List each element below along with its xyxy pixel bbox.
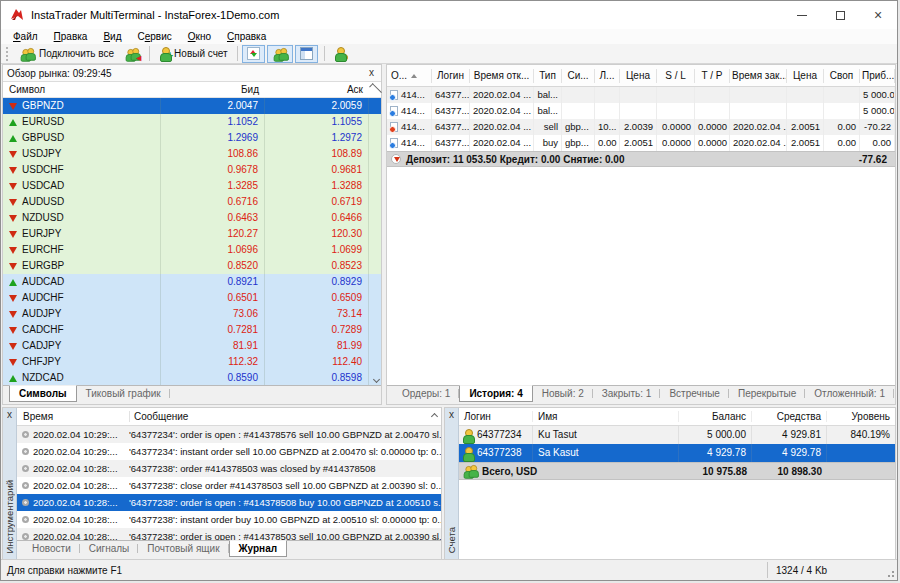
orders-tab-закрыть-1[interactable]: Закрыть: 1 — [593, 386, 661, 401]
connect-all-label: Подключить все — [39, 48, 114, 59]
orders-column-11[interactable]: Своп — [824, 69, 860, 83]
minimize-button[interactable] — [783, 1, 821, 29]
orders-tab-изменить-1[interactable]: Изменить: 1 — [894, 386, 898, 401]
orders-column-12[interactable]: Приб... — [860, 69, 895, 83]
orders-cell-9: 2020.02.04 ... — [730, 119, 787, 135]
orders-tab-отложенный-1[interactable]: Отложенный: 1 — [805, 386, 894, 401]
orders-row[interactable]: 414...64377...2020.02.04 ...bal...5 000.… — [387, 87, 895, 103]
orders-row[interactable]: 414...64377...2020.02.04 ...sellgbp...10… — [387, 119, 895, 135]
column-time[interactable]: Время — [17, 411, 129, 422]
market-watch-tab-символы[interactable]: Символы — [9, 385, 77, 402]
market-watch-tab-тиковый-график[interactable]: Тиковый график — [77, 386, 170, 401]
journal-row[interactable]: 2020.02.04 10:28:...'64377238': order #4… — [17, 460, 441, 477]
column-message[interactable]: Сообщение — [129, 411, 427, 422]
orders-tab-встречные[interactable]: Встречные — [660, 386, 729, 401]
journal-close-icon[interactable]: x — [7, 408, 12, 422]
scroll-gutter — [369, 306, 381, 322]
column-bid[interactable]: Бид — [161, 84, 265, 95]
orders-tab-история-4[interactable]: История: 4 — [459, 385, 532, 402]
scroll-gutter — [369, 114, 381, 130]
toolbar-grip[interactable] — [6, 47, 11, 61]
symbol-cell: NZDUSD — [3, 210, 161, 226]
market-watch-row-eurjpy[interactable]: EURJPY120.27120.30 — [3, 226, 381, 242]
orders-column-7[interactable]: S / L — [657, 69, 695, 83]
market-watch-toggle-button[interactable] — [242, 45, 265, 63]
scroll-up-icon[interactable] — [369, 87, 381, 92]
market-watch-row-audjpy[interactable]: AUDJPY73.0673.14 — [3, 306, 381, 322]
market-watch-row-usdchf[interactable]: USDCHF0.96780.9681 — [3, 162, 381, 178]
account-row-64377238[interactable]: 64377238Sa Kasut4 929.784 929.78 — [459, 444, 895, 462]
journal-tab-журнал[interactable]: Журнал — [229, 540, 288, 557]
account-row-64377234[interactable]: 64377234Ku Tasut5 000.004 929.81840.19% — [459, 426, 895, 444]
column-login[interactable]: Логин — [459, 411, 533, 422]
menu-item-вид[interactable]: Вид — [95, 31, 129, 42]
ask-cell: 0.6509 — [265, 290, 369, 306]
toolbox-toggle-button[interactable] — [295, 45, 318, 63]
market-watch-row-nzdusd[interactable]: NZDUSD0.64630.6466 — [3, 210, 381, 226]
menu-item-файл[interactable]: Файл — [5, 31, 46, 42]
expert-settings-button[interactable] — [329, 45, 350, 63]
market-watch-row-gbpusd[interactable]: GBPUSD1.29691.2972 — [3, 130, 381, 146]
orders-column-10[interactable]: Цена — [787, 69, 824, 83]
market-watch-row-nzdcad[interactable]: NZDCAD0.85900.8598 — [3, 370, 381, 386]
orders-tab-ордеры-1[interactable]: Ордеры: 1 — [393, 386, 459, 401]
close-button[interactable]: × — [859, 1, 897, 29]
orders-column-2[interactable]: Время отк... — [470, 69, 534, 83]
market-watch-row-cadjpy[interactable]: CADJPY81.9181.99 — [3, 338, 381, 354]
market-watch-row-audusd[interactable]: AUDUSD0.67160.6719 — [3, 194, 381, 210]
accounts-toggle-button[interactable] — [267, 45, 293, 63]
orders-column-0[interactable]: О... — [387, 69, 432, 83]
market-watch-row-audchf[interactable]: AUDCHF0.65010.6509 — [3, 290, 381, 306]
journal-tab-почтовый-ящик[interactable]: Почтовый ящик — [138, 541, 228, 556]
scroll-down-icon[interactable] — [374, 373, 379, 384]
market-watch-row-audcad[interactable]: AUDCAD0.89210.8929 — [3, 274, 381, 290]
orders-column-4[interactable]: Си... — [562, 69, 595, 83]
journal-row[interactable]: 2020.02.04 10:29:...'64377234': order is… — [17, 426, 441, 443]
resize-grip-icon[interactable] — [885, 568, 895, 578]
column-level[interactable]: Уровень — [827, 411, 895, 422]
market-watch-row-cadchf[interactable]: CADCHF0.72810.7289 — [3, 322, 381, 338]
market-watch-row-usdcad[interactable]: USDCAD1.32851.3288 — [3, 178, 381, 194]
column-equity[interactable]: Средства — [752, 411, 827, 422]
orders-column-9[interactable]: Время зак... — [730, 69, 787, 83]
symbol-label: AUDUSD — [22, 194, 64, 210]
market-watch-row-chfjpy[interactable]: CHFJPY112.32112.40 — [3, 354, 381, 370]
market-watch-row-usdjpy[interactable]: USDJPY108.86108.89 — [3, 146, 381, 162]
market-watch-row-gbpnzd[interactable]: GBPNZD2.00472.0059 — [3, 98, 381, 114]
journal-tab-сигналы[interactable]: Сигналы — [80, 541, 139, 556]
connect-all-button[interactable]: Подключить все — [14, 45, 119, 63]
journal-row[interactable]: 2020.02.04 10:28:...'64377238': instant … — [17, 511, 441, 528]
menu-item-правка[interactable]: Правка — [46, 31, 96, 42]
menu-item-справка[interactable]: Справка — [219, 31, 274, 42]
orders-column-6[interactable]: Цена — [620, 69, 657, 83]
new-account-button[interactable]: + Новый счет — [154, 45, 233, 63]
orders-tab-новый-2[interactable]: Новый: 2 — [533, 386, 593, 401]
column-name[interactable]: Имя — [533, 411, 679, 422]
orders-cell-8 — [695, 87, 730, 103]
orders-column-8[interactable]: T / P — [695, 69, 730, 83]
market-watch-row-eurusd[interactable]: EURUSD1.10521.1055 — [3, 114, 381, 130]
market-watch-row-eurchf[interactable]: EURCHF1.06961.0699 — [3, 242, 381, 258]
orders-tab-перекрытые[interactable]: Перекрытые — [729, 386, 805, 401]
column-ask[interactable]: Аск — [265, 84, 369, 95]
journal-row[interactable]: 2020.02.04 10:28:...'64377238': order is… — [17, 494, 441, 511]
scroll-up-icon[interactable] — [427, 414, 441, 419]
orders-row[interactable]: 414...64377...2020.02.04 ...buygbp...0.0… — [387, 135, 895, 151]
maximize-button[interactable] — [821, 1, 859, 29]
market-watch-close-icon[interactable]: x — [366, 67, 377, 79]
journal-row[interactable]: 2020.02.04 10:29:...'64377234': instant … — [17, 443, 441, 460]
accounts-close-icon[interactable]: x — [449, 408, 454, 422]
menu-item-окно[interactable]: Окно — [180, 31, 219, 42]
journal-tab-новости[interactable]: Новости — [23, 541, 80, 556]
orders-column-5[interactable]: Л... — [595, 69, 620, 83]
orders-column-3[interactable]: Тип — [534, 69, 562, 83]
menu-item-сервис[interactable]: Сервис — [129, 31, 179, 42]
disconnect-all-button[interactable]: ◄ — [119, 45, 145, 63]
column-symbol[interactable]: Символ — [3, 84, 161, 95]
column-balance[interactable]: Баланс — [679, 411, 752, 422]
orders-row[interactable]: 414...64377...2020.02.04 ...bal...5 000.… — [387, 103, 895, 119]
orders-column-1[interactable]: Логин — [432, 69, 470, 83]
market-watch-row-eurgbp[interactable]: EURGBP0.85200.8523 — [3, 258, 381, 274]
journal-row[interactable]: 2020.02.04 10:28:...'64377238': close or… — [17, 477, 441, 494]
account-level-cell — [827, 444, 895, 462]
